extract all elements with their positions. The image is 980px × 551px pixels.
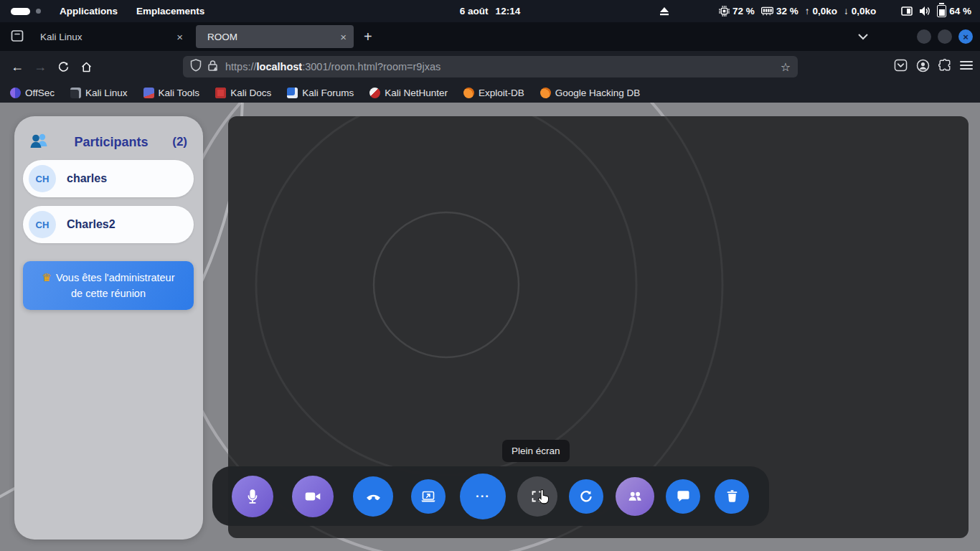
refresh-button[interactable] xyxy=(569,479,603,514)
memory-indicator[interactable]: 32 % xyxy=(761,6,798,17)
kali-docs-favicon xyxy=(215,88,226,98)
kali-forums-favicon xyxy=(287,88,298,98)
ghdb-favicon xyxy=(540,88,551,98)
admin-notice: ♛Vous êtes l'administrateur de cette réu… xyxy=(23,261,194,310)
hamburger-menu-icon[interactable] xyxy=(960,60,973,73)
kali-nethunter-favicon xyxy=(369,88,380,98)
trash-icon xyxy=(724,488,740,504)
screen-share-icon xyxy=(420,488,437,505)
participant-row[interactable]: CH charles xyxy=(23,160,194,197)
panel-title: Participants xyxy=(50,135,172,150)
microphone-button[interactable] xyxy=(232,476,273,517)
people-icon xyxy=(626,487,644,506)
arrow-up-icon: ↑ xyxy=(805,6,810,17)
participants-header: Participants (2) xyxy=(14,116,203,152)
clock-date: 6 août xyxy=(460,6,489,17)
system-bar: Applications Emplacements 6 août 12:14 7… xyxy=(0,0,980,22)
volume-icon[interactable] xyxy=(919,6,930,17)
tab-title: Kali Linux xyxy=(40,32,83,42)
menu-applications[interactable]: Applications xyxy=(60,6,118,17)
workspace-active-indicator[interactable] xyxy=(11,8,30,15)
list-all-tabs-chevron-icon[interactable] xyxy=(857,32,869,42)
participants-icon xyxy=(29,132,50,152)
call-controls-toolbar: ... xyxy=(212,466,769,526)
hangup-button[interactable] xyxy=(353,476,393,517)
cpu-icon xyxy=(719,6,730,17)
bookmark-google-hacking-db[interactable]: Google Hacking DB xyxy=(540,88,641,98)
bookmark-offsec[interactable]: OffSec xyxy=(10,88,55,98)
more-options-button[interactable]: ... xyxy=(460,474,506,519)
cpu-indicator[interactable]: 72 % xyxy=(719,6,755,17)
net-up-indicator[interactable]: ↑ 0,0ko xyxy=(805,6,837,17)
participant-name: charles xyxy=(67,172,107,185)
workspace-2-indicator[interactable] xyxy=(36,9,41,14)
bookmark-kali-tools[interactable]: Kali Tools xyxy=(143,88,200,98)
new-tab-button[interactable]: + xyxy=(364,29,372,45)
tab-close-icon[interactable]: × xyxy=(166,31,183,43)
admin-text-line2: de cette réunion xyxy=(71,288,146,299)
display-icon[interactable] xyxy=(901,6,913,17)
tab-title: ROOM xyxy=(207,32,237,42)
camera-button[interactable] xyxy=(292,476,334,517)
firefox-view-icon[interactable] xyxy=(10,29,24,45)
memory-icon xyxy=(761,6,773,16)
ellipsis-icon: ... xyxy=(476,486,490,501)
exploit-db-favicon xyxy=(463,88,474,98)
lock-warning-icon[interactable] xyxy=(207,60,218,75)
account-icon[interactable] xyxy=(916,59,930,75)
tab-close-icon[interactable]: × xyxy=(330,31,347,43)
participant-row[interactable]: CH Charles2 xyxy=(23,206,194,243)
avatar: CH xyxy=(29,211,56,238)
back-button[interactable]: ← xyxy=(6,55,29,78)
bookmark-kali-forums[interactable]: Kali Forums xyxy=(287,88,354,98)
system-tray: 72 % 32 % ↑ 0,0ko ↓ 0,0ko 64 % xyxy=(659,5,971,17)
clock[interactable]: 6 août 12:14 xyxy=(460,6,520,17)
bookmark-exploit-db[interactable]: Exploit-DB xyxy=(463,88,524,98)
admin-text-line1: Vous êtes l'administrateur xyxy=(56,272,175,283)
participants-count: (2) xyxy=(172,135,187,149)
url-text: https://localhost:3001/room.html?room=r9… xyxy=(225,61,440,72)
fullscreen-tooltip: Plein écran xyxy=(502,440,570,462)
battery-icon xyxy=(937,5,946,17)
participants-button[interactable] xyxy=(616,477,654,516)
kali-linux-favicon xyxy=(70,88,81,98)
tab-kali-linux[interactable]: Kali Linux × xyxy=(29,25,190,48)
kali-tools-favicon xyxy=(143,88,154,98)
tracking-shield-icon[interactable] xyxy=(190,59,202,75)
participant-name: Charles2 xyxy=(67,218,116,231)
participants-panel: Participants (2) CH charles CH Charles2 … xyxy=(14,116,203,540)
delete-button[interactable] xyxy=(715,479,749,514)
crown-icon: ♛ xyxy=(42,271,51,283)
hangup-phone-icon xyxy=(364,486,383,506)
window-close-button[interactable]: × xyxy=(958,29,973,44)
battery-indicator[interactable]: 64 % xyxy=(937,5,971,17)
screen-share-button[interactable] xyxy=(411,479,446,514)
bookmark-kali-nethunter[interactable]: Kali NetHunter xyxy=(369,88,448,98)
reload-button[interactable] xyxy=(52,55,75,78)
desktop: Applications Emplacements 6 août 12:14 7… xyxy=(0,0,980,551)
browser-tab-bar: Kali Linux × ROOM × + × xyxy=(0,22,980,51)
extensions-puzzle-icon[interactable] xyxy=(938,59,951,75)
forward-button[interactable]: → xyxy=(29,55,52,78)
bookmark-kali-linux[interactable]: Kali Linux xyxy=(70,88,128,98)
bookmarks-bar: OffSec Kali Linux Kali Tools Kali Docs K… xyxy=(0,83,980,103)
arrow-down-icon: ↓ xyxy=(844,6,849,17)
tab-room-active[interactable]: ROOM × xyxy=(196,25,354,48)
window-minimize-button[interactable] xyxy=(917,29,931,44)
microphone-icon xyxy=(243,487,262,506)
net-down-indicator[interactable]: ↓ 0,0ko xyxy=(844,6,876,17)
bookmark-star-icon[interactable]: ☆ xyxy=(781,60,791,74)
chat-button[interactable] xyxy=(666,479,700,514)
camera-icon xyxy=(303,487,322,506)
clock-time: 12:14 xyxy=(496,6,521,17)
mouse-cursor xyxy=(534,486,552,509)
bookmark-kali-docs[interactable]: Kali Docs xyxy=(215,88,271,98)
eject-icon[interactable] xyxy=(659,7,669,16)
window-maximize-button[interactable] xyxy=(938,29,952,44)
pocket-save-icon[interactable] xyxy=(894,59,908,75)
meeting-page: Participants (2) CH charles CH Charles2 … xyxy=(0,103,980,551)
url-bar[interactable]: https://localhost:3001/room.html?room=r9… xyxy=(183,56,798,77)
refresh-icon xyxy=(578,488,595,505)
home-button[interactable] xyxy=(75,55,98,78)
menu-emplacements[interactable]: Emplacements xyxy=(136,6,204,17)
